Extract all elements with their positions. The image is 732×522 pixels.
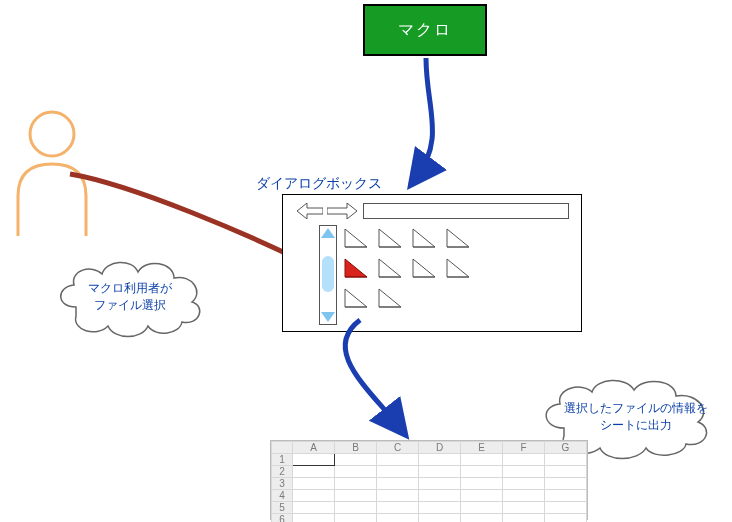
cell[interactable] — [503, 466, 545, 478]
col-header[interactable]: B — [335, 442, 377, 454]
cell[interactable] — [503, 478, 545, 490]
cell[interactable] — [377, 454, 419, 466]
col-header[interactable]: G — [545, 442, 587, 454]
back-arrow-icon[interactable] — [297, 203, 323, 219]
cell[interactable] — [377, 490, 419, 502]
cell[interactable] — [335, 478, 377, 490]
cell[interactable] — [419, 490, 461, 502]
cell[interactable] — [461, 466, 503, 478]
cell[interactable] — [419, 502, 461, 514]
cell[interactable] — [503, 454, 545, 466]
row-header[interactable]: 1 — [272, 454, 293, 466]
cell[interactable] — [377, 502, 419, 514]
cell[interactable] — [545, 502, 587, 514]
cloud1-line2: ファイル選択 — [94, 298, 166, 312]
col-header[interactable]: D — [419, 442, 461, 454]
cell[interactable] — [293, 478, 335, 490]
col-header[interactable]: F — [503, 442, 545, 454]
row-header[interactable]: 3 — [272, 478, 293, 490]
cell[interactable] — [545, 454, 587, 466]
row-header[interactable]: 5 — [272, 502, 293, 514]
cell[interactable] — [503, 502, 545, 514]
cell[interactable] — [545, 478, 587, 490]
cell[interactable] — [419, 514, 461, 523]
cloud-user-select-text: マクロ利用者が ファイル選択 — [88, 280, 172, 314]
col-header[interactable]: A — [293, 442, 335, 454]
cell[interactable] — [335, 514, 377, 523]
cell[interactable] — [461, 454, 503, 466]
file-icon[interactable] — [343, 227, 369, 249]
cell[interactable] — [545, 466, 587, 478]
file-icon[interactable] — [377, 257, 403, 279]
forward-arrow-icon[interactable] — [327, 203, 357, 219]
cell[interactable] — [545, 490, 587, 502]
file-icon[interactable] — [377, 287, 403, 309]
dialog-label: ダイアログボックス — [256, 175, 382, 193]
cell[interactable] — [503, 490, 545, 502]
cell[interactable] — [419, 454, 461, 466]
cell[interactable] — [293, 502, 335, 514]
cloud1-line1: マクロ利用者が — [88, 281, 172, 295]
cell[interactable] — [461, 502, 503, 514]
cell[interactable] — [545, 514, 587, 523]
scroll-thumb[interactable] — [322, 256, 334, 292]
macro-box: マクロ — [363, 4, 487, 56]
col-header[interactable]: E — [461, 442, 503, 454]
cell[interactable] — [377, 466, 419, 478]
scroll-up-icon[interactable] — [321, 228, 335, 238]
cell[interactable] — [377, 514, 419, 523]
row-header[interactable]: 4 — [272, 490, 293, 502]
cell[interactable] — [335, 454, 377, 466]
macro-label: マクロ — [398, 20, 452, 41]
spreadsheet: A B C D E F G 1 2 3 4 5 6 7 — [270, 440, 588, 520]
arrow-macro-to-dialog — [366, 58, 466, 194]
file-icon[interactable] — [411, 227, 437, 249]
dialog-box — [282, 194, 582, 332]
cell[interactable] — [503, 514, 545, 523]
file-icon-selected[interactable] — [343, 257, 369, 279]
cell[interactable] — [461, 514, 503, 523]
cell[interactable] — [293, 490, 335, 502]
arrow-dialog-to-sheet — [310, 320, 440, 440]
cell[interactable] — [419, 478, 461, 490]
file-icon[interactable] — [343, 287, 369, 309]
address-bar[interactable] — [363, 203, 569, 219]
cell[interactable] — [335, 466, 377, 478]
cell[interactable] — [335, 490, 377, 502]
vertical-scrollbar[interactable] — [319, 225, 337, 325]
svg-point-0 — [30, 112, 74, 156]
cell[interactable] — [461, 490, 503, 502]
cloud-output-text: 選択したファイルの情報を シートに出力 — [564, 400, 708, 434]
cell[interactable] — [335, 502, 377, 514]
file-icon[interactable] — [445, 257, 471, 279]
file-icon[interactable] — [445, 227, 471, 249]
cell[interactable] — [293, 514, 335, 523]
cell[interactable] — [293, 466, 335, 478]
cell[interactable] — [461, 478, 503, 490]
cell[interactable] — [377, 478, 419, 490]
col-header[interactable]: C — [377, 442, 419, 454]
cloud2-line1: 選択したファイルの情報を — [564, 401, 708, 415]
file-icon[interactable] — [377, 227, 403, 249]
sheet-corner[interactable] — [272, 442, 293, 454]
cloud2-line2: シートに出力 — [600, 418, 672, 432]
row-header[interactable]: 2 — [272, 466, 293, 478]
file-icon[interactable] — [411, 257, 437, 279]
row-header[interactable]: 6 — [272, 514, 293, 523]
cell[interactable] — [419, 466, 461, 478]
cell-selected[interactable] — [293, 454, 335, 466]
spreadsheet-table: A B C D E F G 1 2 3 4 5 6 7 — [271, 441, 587, 522]
